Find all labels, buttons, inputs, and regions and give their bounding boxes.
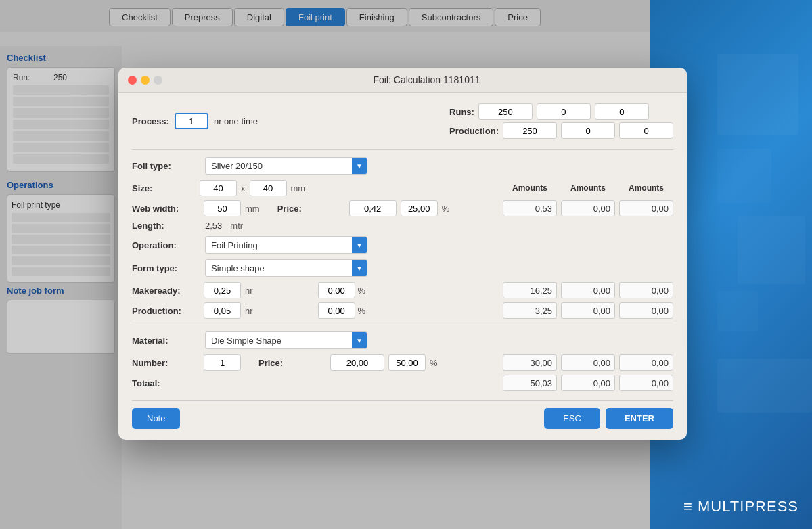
production-label: Production:	[449, 126, 499, 136]
operation-value: Foil Printing	[206, 240, 352, 250]
process-group: Process: nr one time	[132, 113, 258, 129]
number-label: Number:	[132, 358, 200, 368]
foil-type-row: Foil type: Silver 20/150 ▼	[132, 157, 673, 175]
production-row-pct-input[interactable]	[318, 302, 355, 319]
number-price-input[interactable]	[330, 354, 384, 371]
form-type-arrow[interactable]: ▼	[352, 259, 367, 277]
makeready-amounts: 16,25 0,00 0,00	[503, 282, 673, 298]
web-width-row: Web width: mm Price: % 0,53 0,00 0,00	[132, 200, 673, 216]
modal-titlebar: Foil: Calculation 1181011	[118, 68, 687, 93]
material-arrow[interactable]: ▼	[352, 331, 367, 349]
production-row-amount-3: 0,00	[619, 302, 673, 319]
esc-button[interactable]: ESC	[544, 408, 600, 429]
makeready-label: Makeready:	[132, 285, 200, 296]
totaal-label: Totaal:	[132, 378, 200, 388]
multipress-logo: ≡ MULTIPRESS	[683, 498, 798, 515]
amounts-row1: 0,53 0,00 0,00	[503, 200, 673, 216]
amounts-header-1: Amounts	[503, 183, 557, 193]
runs-input-1[interactable]	[478, 104, 533, 120]
operation-arrow[interactable]: ▼	[352, 236, 367, 254]
form-type-select[interactable]: Simple shape ▼	[205, 259, 367, 277]
minimize-button[interactable]	[141, 76, 150, 85]
button-row: Note ESC ENTER	[132, 400, 673, 429]
form-type-row: Form type: Simple shape ▼	[132, 259, 673, 277]
number-input[interactable]	[204, 354, 241, 371]
price-pct-sym: %	[442, 204, 450, 214]
size-width-input[interactable]	[200, 180, 237, 196]
size-label: Size:	[132, 183, 200, 193]
production-row-unit: hr	[245, 306, 253, 316]
process-input[interactable]	[175, 113, 208, 129]
web-width-input[interactable]	[204, 200, 241, 216]
amount-val-2: 0,00	[561, 200, 615, 216]
material-select[interactable]: Die Simple Shape ▼	[205, 331, 367, 349]
amounts-header-3: Amounts	[619, 183, 673, 193]
production-row-amounts: 3,25 0,00 0,00	[503, 302, 673, 319]
traffic-lights	[128, 76, 162, 85]
number-price-pct-sym: %	[430, 358, 438, 368]
maximize-button[interactable]	[154, 76, 162, 85]
foil-type-arrow[interactable]: ▼	[352, 157, 367, 175]
makeready-row: Makeready: hr % 16,25 0,00 0,00	[132, 282, 673, 298]
modal-dialog: Foil: Calculation 1181011 Process: nr on…	[118, 68, 687, 440]
foil-type-label: Foil type:	[132, 161, 200, 171]
note-button[interactable]: Note	[132, 408, 180, 429]
number-amounts: 30,00 0,00 0,00	[503, 354, 673, 371]
production-input-1[interactable]	[503, 122, 557, 139]
amount-val-3: 0,00	[619, 200, 673, 216]
makeready-input[interactable]	[204, 282, 241, 298]
makeready-pct-sym: %	[358, 285, 366, 296]
totaal-amount-1: 50,03	[503, 375, 557, 391]
runs-input-3[interactable]	[595, 104, 649, 120]
number-amount-2: 0,00	[561, 354, 615, 371]
size-unit: mm	[291, 183, 306, 193]
production-row-input[interactable]	[204, 302, 241, 319]
web-width-unit: mm	[245, 204, 260, 214]
amount-val-1: 0,53	[503, 200, 557, 216]
production-row-pct-sym: %	[358, 306, 366, 316]
number-amount-1: 30,00	[503, 354, 557, 371]
production-row-label: Production:	[132, 306, 200, 316]
number-price-pct-input[interactable]	[388, 354, 426, 371]
makeready-amount-3: 0,00	[619, 282, 673, 298]
modal-title: Foil: Calculation 1181011	[176, 74, 677, 85]
makeready-pct-input[interactable]	[318, 282, 355, 298]
length-row: Length: 2,53 mtr	[132, 221, 673, 231]
price-input[interactable]	[349, 200, 397, 216]
number-amount-3: 0,00	[619, 354, 673, 371]
foil-type-select[interactable]: Silver 20/150 ▼	[205, 157, 367, 175]
material-value: Die Simple Shape	[206, 336, 352, 346]
foil-type-value: Silver 20/150	[206, 161, 352, 171]
material-row: Material: Die Simple Shape ▼	[132, 331, 673, 349]
makeready-unit: hr	[245, 285, 253, 296]
amounts-header-2: Amounts	[561, 183, 615, 193]
production-input-2[interactable]	[561, 122, 615, 139]
divider-1	[132, 150, 673, 150]
close-button[interactable]	[128, 76, 137, 85]
price-pct-input[interactable]	[401, 200, 438, 216]
totaal-amount-3: 0,00	[619, 375, 673, 391]
material-label: Material:	[132, 336, 200, 346]
action-buttons: ESC ENTER	[544, 408, 673, 429]
runs-label: Runs:	[449, 107, 474, 117]
runs-input-2[interactable]	[537, 104, 591, 120]
price-label: Price:	[277, 204, 345, 214]
operation-row: Operation: Foil Printing ▼	[132, 236, 673, 254]
amounts-headers: Amounts Amounts Amounts	[503, 183, 673, 193]
modal-body: Process: nr one time Runs: Production:	[118, 93, 687, 440]
process-suffix: nr one time	[214, 116, 258, 127]
form-type-value: Simple shape	[206, 263, 352, 273]
enter-button[interactable]: ENTER	[606, 408, 673, 429]
size-inputs: x mm	[200, 180, 305, 196]
production-input-3[interactable]	[619, 122, 673, 139]
operation-label: Operation:	[132, 240, 200, 250]
totaal-row: Totaal: 50,03 0,00 0,00	[132, 375, 673, 391]
size-amounts-row: Size: x mm Amounts Amounts Amounts	[132, 180, 673, 196]
operation-select[interactable]: Foil Printing ▼	[205, 236, 367, 254]
length-label: Length:	[132, 221, 200, 231]
size-height-input[interactable]	[250, 180, 287, 196]
web-width-label: Web width:	[132, 204, 200, 214]
production-row-amount-1: 3,25	[503, 302, 557, 319]
makeready-amount-2: 0,00	[561, 282, 615, 298]
form-type-label: Form type:	[132, 263, 200, 273]
